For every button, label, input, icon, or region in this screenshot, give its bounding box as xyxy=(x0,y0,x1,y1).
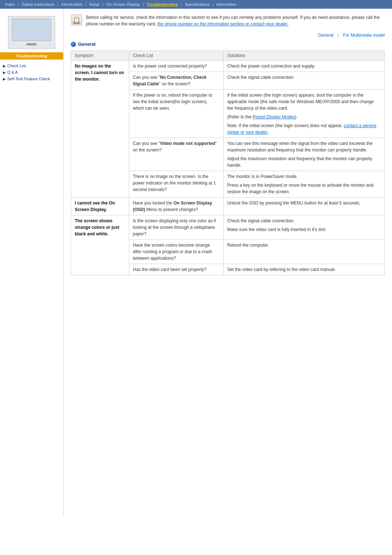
tab-multimedia[interactable]: For Multimedia model xyxy=(343,33,385,38)
solutions-crash: Reboot the computer. xyxy=(224,240,385,264)
sidebar-label-selftest: Self-Test Feature Check xyxy=(7,77,50,81)
bold-osd: On Screen Display (OSD) xyxy=(133,200,212,212)
section-heading-label: General xyxy=(78,41,95,47)
solutions-cellophane: Check the signal cable connection. Make … xyxy=(224,215,385,240)
bold-video-mode: Video mode not supported xyxy=(160,141,215,146)
solution-video-card-slot: Make sure the video card is fully insert… xyxy=(227,226,381,233)
sidebar-item-qa[interactable]: ▶ Q & A xyxy=(0,69,63,76)
col-symptom: Symptom xyxy=(71,51,129,61)
note-text: Before calling for service, check the in… xyxy=(86,14,385,27)
checklist-reboot: If the power is on, reboot the computer … xyxy=(129,90,224,138)
nav-troubleshooting[interactable]: Troubleshooting xyxy=(144,1,180,7)
note-link[interactable]: the phone number on the Information sect… xyxy=(158,21,289,27)
troubleshoot-table: Symptom Check List Solutions No images o… xyxy=(71,50,385,275)
sidebar-label-qa: Q & A xyxy=(7,70,18,74)
solution-signal-cable-check: Check the signal cable connection. xyxy=(227,218,381,224)
checklist-crash: Have the screen colors become strange af… xyxy=(129,240,224,264)
solution-adjust-resolution: Adjust the maximum resolution and freque… xyxy=(227,155,381,169)
arrow-icon-qa: ▶ xyxy=(3,70,6,74)
solutions-reboot: If the initial screen (the login screen)… xyxy=(224,90,385,138)
checklist-videocard: Has the video card been set properly? xyxy=(129,264,224,275)
checklist-powersaver: There is no image on the screen. Is the … xyxy=(129,171,224,198)
solutions-power-cord: Check the power cord connection and supp… xyxy=(224,61,385,72)
solution-video-exceeds: You can see this message when the signal… xyxy=(227,140,381,153)
note-box: 📋 Note Before calling for service, check… xyxy=(71,14,385,27)
note-label: Note xyxy=(73,21,80,25)
solution-no-initial: Note: If the initial screen (the login s… xyxy=(227,122,381,135)
symptom-strange-colors: The screen shows strange colors or just … xyxy=(71,215,129,275)
solution-preset-modes: (Refer to the Preset Display Modes) xyxy=(227,114,381,120)
solution-powersaver-mode: The monitor is in PowerSaver mode. xyxy=(227,173,381,180)
nav-introduction[interactable]: Introduction xyxy=(59,1,84,7)
sidebar: Troubleshooting ▶ Check List ▶ Q & A ▶ S… xyxy=(0,9,64,517)
nav-setup[interactable]: Setup xyxy=(87,1,102,7)
nav-osd[interactable]: On-Screen Display xyxy=(104,1,142,7)
solutions-osd: Unlock the OSD by pressing the MENU butt… xyxy=(224,198,385,215)
tab-links: General | For Multimedia model xyxy=(71,33,385,38)
note-icon: 📋 Note xyxy=(71,14,82,26)
nav-information[interactable]: Information xyxy=(214,1,238,7)
solutions-video-mode: You can see this message when the signal… xyxy=(224,138,385,171)
checklist-no-connection: Can you see "No Connection, Check Signal… xyxy=(129,72,224,90)
sidebar-item-selftest[interactable]: ▶ Self-Test Feature Check xyxy=(0,76,63,82)
checklist-cellophane: Is the screen displaying only one color … xyxy=(129,215,224,240)
checklist-video-mode: Can you see "Video mode not supported" o… xyxy=(129,138,224,171)
bold-no-connection: No Connection, Check Signal Cable xyxy=(133,75,207,86)
nav-index[interactable]: Index xyxy=(3,1,17,7)
table-row: No images on the screen. I cannot turn o… xyxy=(71,61,385,72)
table-header-row: Symptom Check List Solutions xyxy=(71,51,385,61)
solution-boot-mode: If the initial screen (the login screen)… xyxy=(227,92,381,112)
solutions-videocard: Set the video card by referring to the v… xyxy=(224,264,385,275)
arrow-icon: ▶ xyxy=(3,64,6,68)
sidebar-section-title: Troubleshooting xyxy=(0,52,63,60)
monitor-image xyxy=(8,16,55,49)
solutions-signal-cable: Check the signal cable connection. xyxy=(224,72,385,90)
sidebar-label-checklist: Check List xyxy=(7,64,26,68)
solutions-powersaver: The monitor is in PowerSaver mode. Press… xyxy=(224,171,385,198)
main-layout: Troubleshooting ▶ Check List ▶ Q & A ▶ S… xyxy=(0,9,392,517)
contact-service-link[interactable]: contact a service center or your dealer. xyxy=(227,123,376,135)
symptom-osd: I cannot see the On Screen Display. xyxy=(71,198,129,215)
nav-safety[interactable]: Safety Instructions xyxy=(20,1,57,7)
section-heading: General xyxy=(71,41,385,47)
section-dot-icon xyxy=(71,42,76,47)
solution-press-key: Press a key on the keyboard or move the … xyxy=(227,182,381,195)
nav-specifications[interactable]: Specifications xyxy=(183,1,212,7)
sidebar-item-checklist[interactable]: ▶ Check List xyxy=(0,62,63,69)
arrow-icon-selftest: ▶ xyxy=(3,77,6,81)
checklist-osd: Have you locked the On Screen Display (O… xyxy=(129,198,224,215)
checklist-power-cord: Is the power cord connected properly? xyxy=(129,61,224,72)
col-checklist: Check List xyxy=(129,51,224,61)
content-area: 📋 Note Before calling for service, check… xyxy=(64,9,392,517)
table-row: The screen shows strange colors or just … xyxy=(71,215,385,240)
symptom-no-images: No images on the screen. I cannot turn o… xyxy=(71,61,129,198)
preset-modes-link[interactable]: Preset Display Modes xyxy=(253,114,295,119)
tab-general[interactable]: General xyxy=(318,33,334,38)
col-solutions: Solutions xyxy=(224,51,385,61)
table-row: I cannot see the On Screen Display. Have… xyxy=(71,198,385,215)
top-navigation: Index | Safety Instructions | Introducti… xyxy=(0,0,392,9)
